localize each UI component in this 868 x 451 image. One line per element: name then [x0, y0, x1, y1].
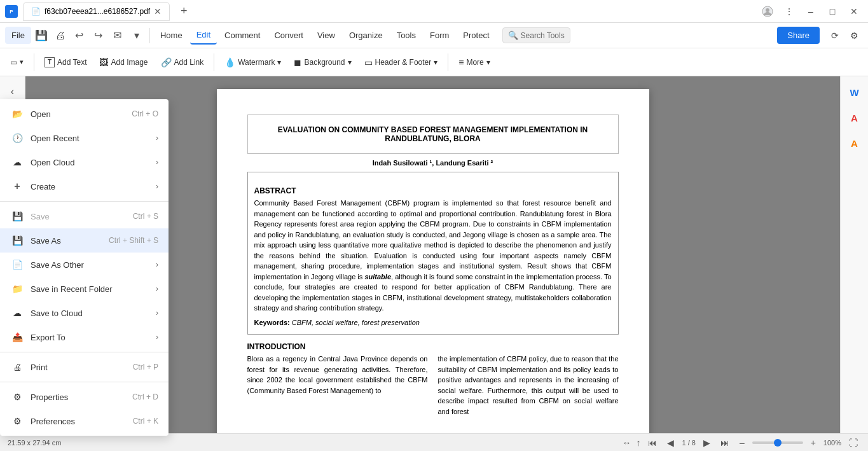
- menu-create[interactable]: + Create ›: [0, 174, 169, 198]
- menu-organize[interactable]: Organize: [343, 27, 389, 44]
- header-footer-icon: ▭: [364, 57, 373, 67]
- header-footer-label: Header & Footer: [375, 58, 432, 67]
- save-as-icon: 💾: [10, 233, 24, 247]
- page-info: 1 / 8: [682, 439, 695, 447]
- toolbar-sep-1: [214, 53, 214, 71]
- save-label: Save: [31, 212, 128, 221]
- menu-home[interactable]: Home: [154, 27, 189, 44]
- active-tab[interactable]: 📄 f63cb07eeea21...e6186527.pdf ✕: [23, 2, 170, 21]
- menu-preferences[interactable]: ⚙ Preferences Ctrl + K: [0, 409, 169, 433]
- right-word-icon[interactable]: W: [844, 81, 865, 103]
- add-tab-button[interactable]: +: [175, 3, 193, 20]
- close-window-button[interactable]: ✕: [845, 3, 863, 20]
- menu-open[interactable]: 📂 Open Ctrl + O: [0, 102, 169, 126]
- menu-save-cloud[interactable]: ☁ Save to Cloud ›: [0, 301, 169, 325]
- menu-form[interactable]: Form: [424, 27, 455, 44]
- open-recent-icon: 🕐: [10, 131, 24, 145]
- page-cursor-icon: ↔: [622, 438, 631, 448]
- menu-print[interactable]: 🖨 Print Ctrl + P: [0, 355, 169, 379]
- add-text-icon: T: [45, 57, 55, 67]
- view-label: ▾: [20, 58, 24, 66]
- background-button[interactable]: ◼ Background ▾: [289, 54, 356, 71]
- menu-convert[interactable]: Convert: [268, 27, 310, 44]
- zoom-slider[interactable]: [752, 441, 803, 444]
- right-word2-icon[interactable]: A: [844, 132, 865, 154]
- intro-col-2: the implementation of CBFM policy, due t…: [438, 354, 619, 417]
- toolbar-view-dropdown[interactable]: ▭ ▾: [5, 55, 29, 70]
- right-ai-icon[interactable]: A: [844, 107, 865, 128]
- save-cloud-arrow: ›: [156, 309, 158, 317]
- save-cloud-icon: ☁: [10, 306, 24, 320]
- right-panel: W A A: [840, 76, 868, 451]
- watermark-button[interactable]: 💧 Watermark ▾: [219, 54, 286, 71]
- more-icon: ≡: [458, 57, 464, 67]
- menu-tools[interactable]: Tools: [390, 27, 422, 44]
- open-shortcut: Ctrl + O: [132, 109, 158, 118]
- menu-edit[interactable]: Edit: [190, 26, 217, 45]
- add-text-label: Add Text: [57, 58, 86, 67]
- create-icon: +: [10, 179, 24, 193]
- prev-page-button[interactable]: ◀: [665, 436, 677, 449]
- save-cloud-label: Save to Cloud: [31, 309, 151, 318]
- add-image-button[interactable]: 🖼 Add Image: [94, 54, 153, 71]
- more-label: More: [466, 58, 483, 67]
- toolbar-dropdown-icon[interactable]: ▾: [128, 27, 146, 45]
- menu-protect[interactable]: Protect: [457, 27, 495, 44]
- title-bar: P 📄 f63cb07eeea21...e6186527.pdf ✕ + ⋮ –…: [0, 0, 868, 23]
- zoom-in-button[interactable]: +: [808, 436, 818, 449]
- file-menu-button[interactable]: File: [5, 27, 31, 44]
- next-page-button[interactable]: ▶: [701, 436, 713, 449]
- tab-close-button[interactable]: ✕: [154, 6, 162, 17]
- properties-icon: ⚙: [10, 390, 24, 404]
- last-page-button[interactable]: ⏭: [718, 436, 732, 449]
- create-arrow: ›: [156, 182, 158, 191]
- sync-icon[interactable]: ⟳: [826, 27, 844, 45]
- preferences-icon: ⚙: [10, 414, 24, 428]
- toolbar-redo-icon[interactable]: ↪: [90, 27, 107, 45]
- print-label: Print: [31, 363, 128, 372]
- save-as-other-icon: 📄: [10, 258, 24, 272]
- menu-open-cloud[interactable]: ☁ Open Cloud ›: [0, 150, 169, 174]
- toolbar-save-icon[interactable]: 💾: [32, 27, 50, 45]
- menu-comment[interactable]: Comment: [218, 27, 266, 44]
- menu-view[interactable]: View: [311, 27, 341, 44]
- print-shortcut: Ctrl + P: [133, 363, 158, 371]
- share-button[interactable]: Share: [777, 27, 820, 44]
- toolbar-print-icon[interactable]: 🖨: [52, 27, 69, 45]
- background-label: Background: [304, 58, 345, 67]
- menu-properties[interactable]: ⚙ Properties Ctrl + D: [0, 385, 169, 409]
- search-tools-icon: 🔍: [508, 31, 518, 40]
- header-footer-button[interactable]: ▭ Header & Footer ▾: [359, 54, 443, 71]
- menu-save-as[interactable]: 💾 Save As Ctrl + Shift + S: [0, 228, 169, 253]
- toolbar-sep-0: [34, 53, 34, 71]
- fullscreen-button[interactable]: ⛶: [846, 436, 860, 449]
- open-cloud-arrow: ›: [156, 158, 158, 167]
- add-link-button[interactable]: 🔗 Add Link: [156, 54, 209, 71]
- menu-save[interactable]: 💾 Save Ctrl + S: [0, 204, 169, 228]
- toolbar-email-icon[interactable]: ✉: [109, 27, 127, 45]
- menu-export-to[interactable]: 📤 Export To ›: [0, 325, 169, 349]
- pdf-title-box: EVALUATION ON COMMUNITY BASED FOREST MAN…: [247, 114, 619, 154]
- view-icon: ▭: [10, 58, 17, 67]
- preferences-label: Preferences: [31, 417, 128, 426]
- status-bar: 21.59 x 27.94 cm ↔ ↑ ⏮ ◀ 1 / 8 ▶ ⏭ – + 1…: [0, 433, 868, 451]
- more-button[interactable]: ≡ More ▾: [453, 54, 495, 71]
- menu-save-as-other[interactable]: 📄 Save As Other ›: [0, 253, 169, 277]
- save-shortcut: Ctrl + S: [133, 212, 158, 221]
- profile-icon[interactable]: [759, 3, 776, 20]
- minimize-button[interactable]: –: [802, 3, 820, 20]
- more-options-icon[interactable]: ⋮: [780, 3, 798, 20]
- settings-icon[interactable]: ⚙: [845, 27, 863, 45]
- toolbar-undo-icon[interactable]: ↩: [71, 27, 88, 45]
- zoom-out-button[interactable]: –: [737, 436, 747, 449]
- add-link-icon: 🔗: [161, 57, 172, 67]
- add-text-button[interactable]: T Add Text: [39, 54, 92, 71]
- open-icon: 📂: [10, 107, 24, 121]
- menu-save-recent-folder[interactable]: 📁 Save in Recent Folder ›: [0, 277, 169, 301]
- maximize-button[interactable]: □: [823, 3, 841, 20]
- search-tools-box[interactable]: 🔍 Search Tools: [502, 27, 570, 43]
- export-icon: 📤: [10, 330, 24, 344]
- first-page-button[interactable]: ⏮: [645, 436, 659, 449]
- menu-open-recent[interactable]: 🕐 Open Recent ›: [0, 126, 169, 150]
- background-arrow: ▾: [348, 58, 352, 67]
